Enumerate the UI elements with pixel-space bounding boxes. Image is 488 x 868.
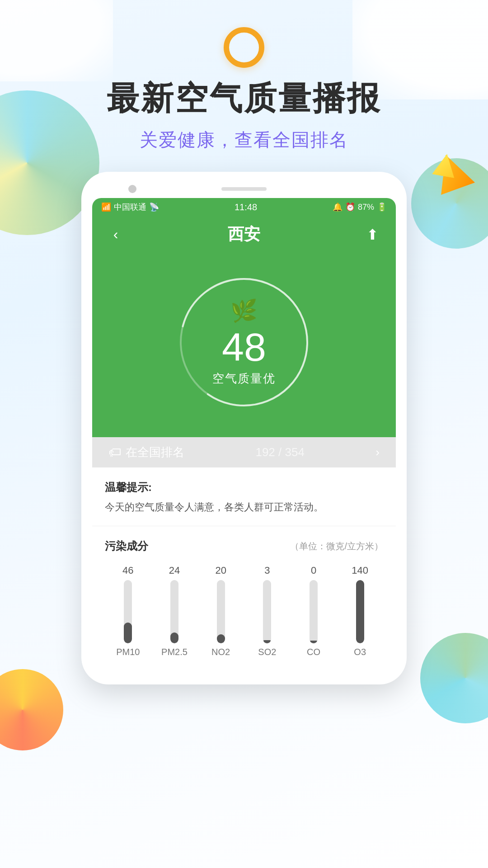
phone-container: 📶 中国联通 📡 11:48 🔔 ⏰ 87% 🔋 ‹ 西安 ⬆ [81, 172, 407, 684]
phone-mockup: 📶 中国联通 📡 11:48 🔔 ⏰ 87% 🔋 ‹ 西安 ⬆ [81, 172, 407, 684]
bar-fill [310, 641, 318, 643]
tip-title: 温馨提示: [105, 480, 383, 495]
bar-value: 0 [311, 565, 316, 576]
back-button[interactable]: ‹ [105, 224, 127, 245]
bg-circle-br [420, 633, 488, 723]
bg-circle-bl [0, 669, 63, 750]
bar-track [124, 580, 132, 643]
carrier-label: 中国联通 [114, 202, 146, 212]
pollution-header: 污染成分 （单位：微克/立方米） [105, 539, 383, 553]
battery-icon: 🔋 [377, 202, 387, 212]
ranking-current: 192 [255, 445, 275, 459]
aqi-number: 48 [222, 327, 266, 367]
pollution-bar-item: 3SO2 [244, 565, 291, 657]
bar-fill [356, 580, 364, 643]
battery-label: 87% [358, 203, 374, 212]
bar-value: 140 [352, 565, 368, 576]
signal-icon: 📶 [101, 202, 111, 212]
bar-value: 24 [169, 565, 180, 576]
ranking-total: 354 [285, 445, 305, 459]
phone-screen: 📶 中国联通 📡 11:48 🔔 ⏰ 87% 🔋 ‹ 西安 ⬆ [92, 198, 396, 674]
leaf-icon: 🌿 [230, 298, 258, 324]
phone-top-bar [92, 183, 396, 198]
status-right: 🔔 ⏰ 87% 🔋 [333, 202, 387, 212]
pollution-bar-item: 140O3 [337, 565, 383, 657]
pollution-bar-item: 0CO [291, 565, 337, 657]
share-button[interactable]: ⬆ [361, 224, 383, 245]
bar-fill [170, 632, 178, 643]
pollution-bar-item: 20NO2 [197, 565, 244, 657]
bar-label: CO [307, 647, 320, 657]
bar-label: O3 [354, 647, 366, 657]
bar-track [263, 580, 271, 643]
bar-track [310, 580, 318, 643]
bars-container: 46PM1024PM2.520NO23SO20CO140O3 [105, 567, 383, 657]
status-bar: 📶 中国联通 📡 11:48 🔔 ⏰ 87% 🔋 [92, 198, 396, 216]
tip-section: 温馨提示: 今天的空气质量令人满意，各类人群可正常活动。 [92, 467, 396, 526]
aqi-circle-inner: 🌿 48 空气质量优 [212, 298, 276, 387]
bar-fill [217, 634, 225, 643]
status-time: 11:48 [235, 202, 257, 212]
ranking-nums: 192 / 354 [255, 445, 304, 459]
pollution-unit: （单位：微克/立方米） [290, 540, 383, 552]
main-title: 最新空气质量播报 [107, 77, 381, 120]
pollution-section: 污染成分 （单位：微克/立方米） 46PM1024PM2.520NO23SO20… [92, 526, 396, 674]
bar-value: 20 [215, 565, 226, 576]
aqi-circle-container: 🌿 48 空气质量优 [167, 265, 321, 419]
phone-camera [128, 185, 136, 193]
sub-title: 关爱健康，查看全国排名 [140, 127, 348, 152]
pollution-bar-item: 46PM10 [105, 565, 151, 657]
bar-fill [124, 623, 132, 643]
gold-ring-icon [224, 27, 264, 68]
phone-speaker [221, 187, 267, 191]
ranking-left: 🏷 在全国排名 [108, 444, 184, 460]
wifi-icon: 📡 [149, 202, 159, 212]
ranking-prefix: 在全国排名 [126, 444, 184, 460]
alarm-icon: ⏰ [345, 202, 355, 212]
bar-label: SO2 [258, 647, 276, 657]
bar-label: PM2.5 [161, 647, 188, 657]
ranking-separator: / [278, 445, 282, 459]
aqi-label: 空气质量优 [212, 371, 276, 387]
bar-track [356, 580, 364, 643]
aqi-section: 🌿 48 空气质量优 [92, 256, 396, 437]
bar-label: NO2 [211, 647, 230, 657]
header-area: 最新空气质量播报 关爱健康，查看全国排名 [0, 27, 488, 152]
bar-value: 3 [264, 565, 270, 576]
flag-icon: 🏷 [108, 445, 121, 460]
tip-content: 今天的空气质量令人满意，各类人群可正常活动。 [105, 499, 383, 515]
pollution-title: 污染成分 [105, 539, 148, 553]
bar-track [217, 580, 225, 643]
city-title: 西安 [228, 223, 260, 245]
bar-value: 46 [122, 565, 133, 576]
pollution-bar-item: 24PM2.5 [151, 565, 198, 657]
bell-icon: 🔔 [333, 202, 343, 212]
bar-track [170, 580, 178, 643]
ranking-arrow-icon: › [375, 445, 380, 459]
bar-fill [263, 640, 271, 643]
bar-label: PM10 [116, 647, 140, 657]
app-header: ‹ 西安 ⬆ [92, 216, 396, 256]
ranking-bar[interactable]: 🏷 在全国排名 192 / 354 › [92, 437, 396, 467]
status-left: 📶 中国联通 📡 [101, 202, 159, 212]
